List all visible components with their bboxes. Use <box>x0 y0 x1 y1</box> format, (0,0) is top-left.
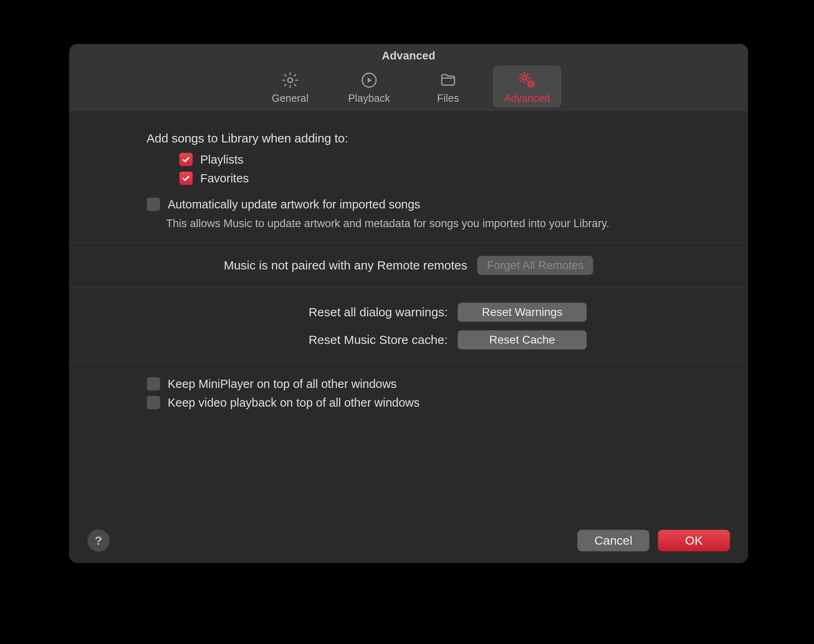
section-resets: Reset all dialog warnings: Reset Warning… <box>94 298 724 362</box>
checkbox-favorites[interactable] <box>179 171 193 185</box>
gears-icon <box>516 70 538 91</box>
svg-point-2 <box>523 76 527 80</box>
checkbox-miniplayer-on-top[interactable] <box>147 377 160 391</box>
row-favorites: Favorites <box>179 169 724 188</box>
section-add-songs: Add songs to Library when adding to: Pla… <box>94 131 724 242</box>
gear-icon <box>280 70 301 91</box>
reset-cache-button[interactable]: Reset Cache <box>457 330 587 350</box>
tab-bar: General Playback Files <box>69 66 748 107</box>
divider <box>69 287 748 288</box>
tab-general[interactable]: General <box>256 66 324 107</box>
cancel-button[interactable]: Cancel <box>577 530 650 552</box>
tab-label: Advanced <box>504 92 550 104</box>
checkbox-auto-artwork[interactable] <box>147 197 160 211</box>
add-songs-heading: Add songs to Library when adding to: <box>147 131 724 150</box>
content-area: Add songs to Library when adding to: Pla… <box>69 112 748 518</box>
label-miniplayer-on-top: Keep MiniPlayer on top of all other wind… <box>168 377 397 391</box>
row-playlists: Playlists <box>179 150 724 169</box>
ok-button[interactable]: OK <box>658 530 730 552</box>
divider <box>69 242 748 243</box>
footer: ? Cancel OK <box>69 518 748 563</box>
reset-warnings-button[interactable]: Reset Warnings <box>457 302 587 322</box>
label-video-on-top: Keep video playback on top of all other … <box>168 396 420 410</box>
play-circle-icon <box>359 70 380 91</box>
divider <box>69 362 748 362</box>
checkbox-playlists[interactable] <box>179 153 193 166</box>
row-video-on-top: Keep video playback on top of all other … <box>147 393 724 412</box>
label-auto-artwork: Automatically update artwork for importe… <box>168 198 420 211</box>
reset-warnings-label: Reset all dialog warnings: <box>252 305 448 319</box>
row-miniplayer-on-top: Keep MiniPlayer on top of all other wind… <box>147 375 724 393</box>
svg-point-0 <box>288 78 293 83</box>
tab-files[interactable]: Files <box>414 66 482 107</box>
tab-advanced[interactable]: Advanced <box>493 66 561 107</box>
tab-label: Files <box>437 92 459 104</box>
help-button[interactable]: ? <box>87 529 110 552</box>
remote-pairing-text: Music is not paired with any Remote remo… <box>224 258 468 272</box>
window-title: Advanced <box>69 50 748 62</box>
section-remotes: Music is not paired with any Remote remo… <box>94 253 724 287</box>
tab-playback[interactable]: Playback <box>335 66 403 107</box>
tab-label: Playback <box>348 92 390 104</box>
row-auto-artwork: Automatically update artwork for importe… <box>147 195 724 214</box>
auto-artwork-description: This allows Music to update artwork and … <box>166 216 618 231</box>
checkbox-video-on-top[interactable] <box>147 396 160 410</box>
forget-remotes-button[interactable]: Forget All Remotes <box>477 256 593 275</box>
section-keep-on-top: Keep MiniPlayer on top of all other wind… <box>94 373 724 423</box>
svg-point-3 <box>529 82 532 85</box>
preferences-window: Advanced General Playbac <box>69 44 748 563</box>
label-playlists: Playlists <box>200 153 243 166</box>
folder-icon <box>438 70 459 91</box>
tab-label: General <box>272 92 309 104</box>
toolbar: Advanced General Playbac <box>69 44 748 112</box>
reset-cache-label: Reset Music Store cache: <box>252 333 448 347</box>
label-favorites: Favorites <box>200 172 249 185</box>
